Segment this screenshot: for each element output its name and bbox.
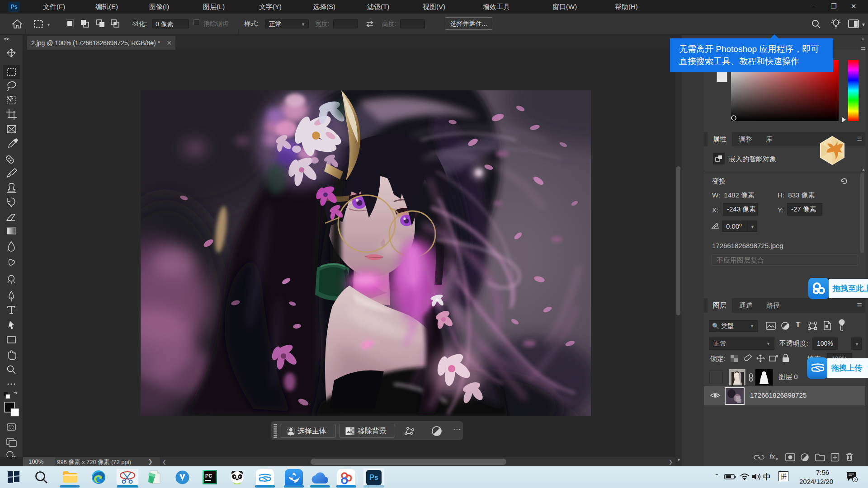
svg-text:PC: PC bbox=[205, 473, 212, 479]
svg-text:2: 2 bbox=[854, 478, 856, 482]
